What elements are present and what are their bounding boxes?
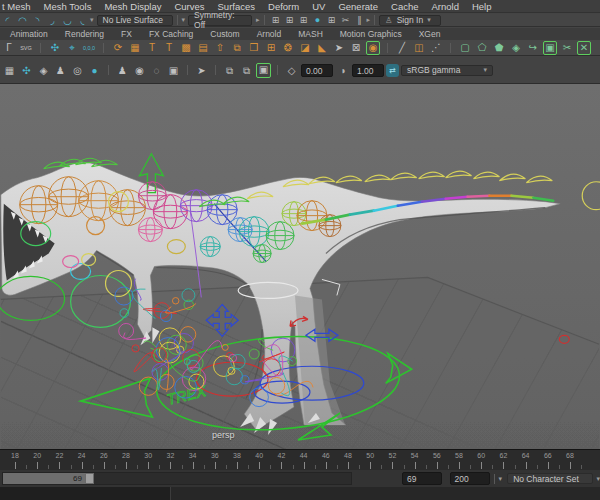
- colorspace-dropdown[interactable]: sRGB gamma ▾: [401, 65, 493, 76]
- box-snap-icon[interactable]: ▣: [166, 63, 181, 78]
- lattice-box-icon[interactable]: ⊠: [349, 41, 363, 55]
- poly-square-icon[interactable]: ▢: [458, 41, 472, 55]
- playback-end-field[interactable]: 69: [402, 472, 442, 485]
- tab-animation[interactable]: Animation: [10, 29, 48, 39]
- curve-arrow-icon[interactable]: ↪: [526, 41, 540, 55]
- blocks-grid-icon[interactable]: ▦: [128, 41, 142, 55]
- bounding-box-icon[interactable]: ⊞: [264, 41, 278, 55]
- tab-motion-graphics[interactable]: Motion Graphics: [340, 29, 402, 39]
- tail-spline-control[interactable]: [446, 197, 468, 199]
- symmetry-expand-icon[interactable]: ▸: [256, 16, 260, 24]
- measure-tool-icon[interactable]: ⌖: [65, 41, 79, 55]
- spine-crescent-control[interactable]: [391, 173, 417, 180]
- tab-fx[interactable]: FX: [121, 29, 132, 39]
- menu-mesh-tools[interactable]: Mesh Tools: [44, 1, 92, 12]
- snap-center-icon[interactable]: ◎: [70, 63, 85, 78]
- live-surface-caret-icon[interactable]: ▾: [90, 16, 94, 24]
- split-plane-icon[interactable]: ◫: [412, 41, 426, 55]
- selection-falloff-icon-2[interactable]: ◠: [15, 15, 30, 26]
- menu-help[interactable]: Help: [472, 1, 492, 12]
- spine-crescent-control[interactable]: [336, 176, 362, 183]
- dotted-pen-icon[interactable]: ⋰: [429, 41, 443, 55]
- knife-plane-icon[interactable]: ◪: [298, 41, 312, 55]
- set-breakdown-icon[interactable]: ⊞: [283, 15, 297, 25]
- tail-spline-control[interactable]: [468, 196, 490, 197]
- dense-grid-icon[interactable]: ▩: [179, 41, 193, 55]
- menu-cache[interactable]: Cache: [391, 1, 418, 12]
- spine-crescent-control[interactable]: [526, 176, 552, 183]
- menu-uv[interactable]: UV: [312, 1, 325, 12]
- input-connections-icon[interactable]: ⧉: [222, 63, 237, 78]
- exposure-icon[interactable]: ◇: [284, 63, 299, 78]
- command-line-strip[interactable]: [0, 487, 600, 500]
- playback-caret-icon[interactable]: ▸: [367, 16, 371, 24]
- render-settings-icon[interactable]: ▣: [256, 63, 271, 78]
- menu-edit-mesh[interactable]: t Mesh: [2, 1, 31, 12]
- symmetry-caret-icon[interactable]: ▾: [182, 16, 186, 24]
- spine-crescent-control[interactable]: [474, 172, 500, 179]
- rig-ring-control[interactable]: [559, 335, 569, 343]
- symmetry-dropdown[interactable]: Symmetry: Off: [188, 15, 252, 26]
- range-caret-icon[interactable]: ▾: [499, 475, 503, 483]
- plane-arrow-icon[interactable]: ◣: [315, 41, 329, 55]
- tab-fx-caching[interactable]: FX Caching: [149, 29, 193, 39]
- type-extrude-up-icon[interactable]: T: [145, 41, 159, 55]
- rig-ring-control[interactable]: [106, 270, 132, 296]
- character-set-dropdown[interactable]: No Character Set: [507, 473, 592, 484]
- selection-falloff-icon-6[interactable]: ◟: [75, 15, 90, 26]
- output-connections-icon[interactable]: ⧉: [239, 63, 254, 78]
- grid-plus-icon[interactable]: ▤: [196, 41, 210, 55]
- tail-spline-control[interactable]: [533, 198, 553, 201]
- snap-curve-icon[interactable]: ✣: [19, 63, 34, 78]
- rig-ring-control[interactable]: [582, 182, 600, 210]
- type-tool-icon[interactable]: Γ: [2, 41, 16, 55]
- auto-keyframe-icon[interactable]: ●: [311, 15, 325, 25]
- menu-arnold[interactable]: Arnold: [431, 1, 458, 12]
- type-extrude-down-icon[interactable]: T: [162, 41, 176, 55]
- sphere-box-icon[interactable]: ▣: [543, 41, 557, 55]
- select-cursor-icon[interactable]: ➤: [194, 63, 209, 78]
- spine-crescent-control[interactable]: [446, 171, 472, 178]
- pen-line-icon[interactable]: ╱: [395, 41, 409, 55]
- layers-diamond-icon[interactable]: ⧉: [230, 41, 244, 55]
- spine-crescent-control[interactable]: [419, 172, 445, 179]
- character-set-caret-icon[interactable]: ▾: [597, 475, 600, 483]
- viewport-panel[interactable]: TREX persp: [0, 84, 600, 449]
- snap-point-icon[interactable]: ◈: [36, 63, 51, 78]
- selection-falloff-icon-3[interactable]: ◝: [30, 15, 45, 26]
- svg-tool-icon[interactable]: SVG: [19, 41, 33, 55]
- spine-crescent-control[interactable]: [499, 174, 525, 181]
- tab-custom[interactable]: Custom: [210, 29, 239, 39]
- selection-falloff-icon-4[interactable]: ◞: [45, 15, 60, 26]
- rig-ring-control[interactable]: [71, 275, 131, 327]
- exposure-field[interactable]: 0.00: [301, 64, 333, 77]
- set-keyframe-icon[interactable]: ⊞: [269, 15, 283, 25]
- rig-snap-icon[interactable]: ♟: [115, 63, 130, 78]
- spine-crescent-control[interactable]: [92, 160, 118, 167]
- sphere-points-icon[interactable]: ◉: [366, 41, 380, 55]
- snap-grid-icon[interactable]: ▦: [2, 63, 17, 78]
- poly-pentagon-icon[interactable]: ⬠: [475, 41, 489, 55]
- cube-icon[interactable]: ❒: [247, 41, 261, 55]
- menu-generate[interactable]: Generate: [338, 1, 378, 12]
- range-slider-bar[interactable]: 69: [3, 473, 85, 484]
- range-slider-handle[interactable]: [85, 473, 94, 484]
- wheel-icon[interactable]: ❂: [281, 41, 295, 55]
- poly-pentagon-fill-icon[interactable]: ⬟: [492, 41, 506, 55]
- move-cross-control[interactable]: [206, 304, 238, 336]
- arrow-right-icon[interactable]: ➤: [332, 41, 346, 55]
- tail-spline-control[interactable]: [511, 196, 533, 198]
- time-slider[interactable]: 1820222426283032343638404244464850525456…: [0, 449, 600, 470]
- menu-deform[interactable]: Deform: [268, 1, 299, 12]
- knife-x-icon[interactable]: ✕: [577, 41, 591, 55]
- dinosaur-model[interactable]: [1, 162, 560, 435]
- live-surface-dropdown[interactable]: No Live Surface: [97, 15, 173, 26]
- motor-field-icon[interactable]: ✣: [48, 41, 62, 55]
- tab-xgen[interactable]: XGen: [419, 29, 441, 39]
- magnet-snap-icon[interactable]: ◉: [132, 63, 147, 78]
- tab-mash[interactable]: MASH: [298, 29, 323, 39]
- snap-view-icon[interactable]: ♟: [53, 63, 68, 78]
- cut-tool-icon[interactable]: ✂: [560, 41, 574, 55]
- make-live-icon[interactable]: ●: [87, 63, 102, 78]
- keys-grid-icon[interactable]: ⊞: [325, 15, 339, 25]
